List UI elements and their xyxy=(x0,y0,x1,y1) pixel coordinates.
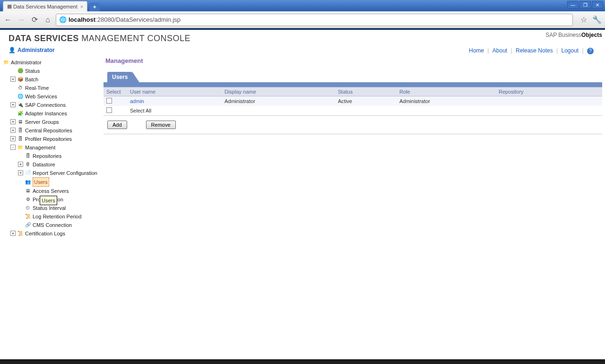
tab-row: Users xyxy=(104,71,602,82)
col-repository: Repository xyxy=(496,87,602,96)
tree-reportserver[interactable]: +📄Report Server Configuration xyxy=(18,169,97,177)
help-icon[interactable]: ? xyxy=(587,48,594,54)
expander-icon[interactable]: + xyxy=(10,102,16,107)
link-logout[interactable]: Logout xyxy=(562,47,579,54)
add-button[interactable]: Add xyxy=(107,121,127,129)
forward-button[interactable]: → xyxy=(16,15,26,25)
maximize-button[interactable]: ❐ xyxy=(579,1,591,9)
home-button[interactable]: ⌂ xyxy=(43,15,53,25)
expander-icon[interactable]: + xyxy=(10,77,16,82)
tree-certlogs[interactable]: +📜Certification Logs xyxy=(10,229,97,238)
button-row: Add Remove xyxy=(104,116,602,134)
url-path: /DataServices/admin.jsp xyxy=(114,16,181,23)
server-icon: 🖥 xyxy=(17,119,24,125)
tree-logretention[interactable]: 📜Log Retention Period xyxy=(18,212,97,221)
expander-icon[interactable]: + xyxy=(10,119,16,124)
report-icon: 📄 xyxy=(25,170,31,176)
browser-tab-strip: ▦ Data Services Management × + — ❐ ✕ xyxy=(0,0,605,11)
tree-status[interactable]: 🟢Status xyxy=(10,67,97,75)
collapser-icon[interactable]: - xyxy=(10,145,16,150)
tree-servergroups[interactable]: +🖥Server Groups xyxy=(10,118,97,126)
tree-realtime[interactable]: ⏱Real-Time xyxy=(10,84,97,92)
web-icon: 🌐 xyxy=(17,93,24,100)
cms-icon: 🔗 xyxy=(25,222,31,228)
expander-icon[interactable]: + xyxy=(10,231,16,236)
tree-profilerconfig[interactable]: ⚙Profilguration Users xyxy=(18,195,97,204)
tree-management[interactable]: -📁Management xyxy=(10,143,97,152)
link-home[interactable]: Home xyxy=(469,47,484,54)
bookmark-button[interactable]: ☆ xyxy=(579,15,589,25)
browser-tab[interactable]: ▦ Data Services Management × xyxy=(3,1,87,11)
tree-accessservers[interactable]: 🖥Access Servers xyxy=(18,187,97,195)
sap-logo: SAP BusinessObjects xyxy=(545,32,602,38)
tab-users[interactable]: Users xyxy=(107,72,132,82)
wrench-button[interactable]: 🔧 xyxy=(592,15,602,25)
tree-statusinterval[interactable]: ⏲Status Interval xyxy=(18,204,97,212)
header-links: Home | About | Release Notes | Logout | … xyxy=(467,47,600,54)
expander-icon[interactable]: + xyxy=(10,136,16,141)
access-icon: 🖥 xyxy=(25,188,31,194)
admin-label: Administrator xyxy=(17,47,55,53)
app-title-strong: DATA SERVICES xyxy=(9,34,79,43)
new-tab-button[interactable]: + xyxy=(89,3,100,11)
app-header: SAP BusinessObjects DATA SERVICES MANAGE… xyxy=(0,28,605,56)
window-controls: — ❐ ✕ xyxy=(567,1,603,9)
config-icon: ⚙ xyxy=(25,196,31,203)
col-status: Status xyxy=(335,87,397,96)
tree-sapconn[interactable]: +🔌SAP Connections xyxy=(10,101,97,109)
table-row: admin Administrator Active Administrator xyxy=(104,96,602,106)
remove-button[interactable]: Remove xyxy=(146,121,176,129)
users-icon: 👥 xyxy=(25,179,31,185)
back-button[interactable]: ← xyxy=(3,15,13,25)
adapter-icon: 🧩 xyxy=(17,110,24,117)
expander-icon[interactable]: + xyxy=(10,128,16,133)
reload-button[interactable]: ⟳ xyxy=(29,15,40,25)
tab-close-icon[interactable]: × xyxy=(80,4,83,9)
brand-prefix: SAP Business xyxy=(545,32,581,38)
sap-icon: 🔌 xyxy=(17,102,24,108)
tree-centralrepo[interactable]: +🗄Central Repositories xyxy=(10,126,97,135)
tree-root[interactable]: 📁Administrator xyxy=(3,58,101,67)
tree-batch[interactable]: +📦Batch xyxy=(10,75,97,84)
tree-adapter[interactable]: 🧩Adapter Instances xyxy=(10,109,97,118)
select-all-label: Select All xyxy=(127,106,602,115)
db-icon: 🛢 xyxy=(25,161,31,168)
cell-displayname: Administrator xyxy=(222,96,335,106)
url-bar[interactable]: 🌐 localhost:28080/DataServices/admin.jsp xyxy=(56,14,573,26)
panel-title: Management xyxy=(105,57,602,64)
tree-profilerrepo[interactable]: +🗄Profiler Repositories xyxy=(10,135,97,143)
tree-webservices[interactable]: 🌐Web Services xyxy=(10,92,97,101)
tree-datastore[interactable]: +🛢Datastore xyxy=(18,160,97,169)
repo-icon: 🗄 xyxy=(25,153,31,159)
expander-icon[interactable]: + xyxy=(18,162,23,167)
link-about[interactable]: About xyxy=(493,47,507,54)
status-icon: 🟢 xyxy=(17,68,24,74)
close-window-button[interactable]: ✕ xyxy=(592,1,603,9)
link-release-notes[interactable]: Release Notes xyxy=(516,47,553,54)
nav-tree: 📁Administrator 🟢Status +📦Batch ⏱Real-Tim… xyxy=(3,58,101,238)
cell-repository xyxy=(496,96,602,106)
expander-icon[interactable]: + xyxy=(18,170,23,175)
tree-users[interactable]: 👥Users xyxy=(18,177,97,187)
row-checkbox[interactable] xyxy=(106,98,112,104)
table-row-selectall: Select All xyxy=(104,106,602,115)
tab-title: Data Services Management xyxy=(13,4,78,9)
cell-role: Administrator xyxy=(397,96,496,106)
username-link[interactable]: admin xyxy=(130,98,144,104)
selectall-checkbox[interactable] xyxy=(106,107,112,113)
minimize-button[interactable]: — xyxy=(567,1,579,9)
url-host: localhost xyxy=(69,16,95,23)
app-title: DATA SERVICES MANAGEMENT CONSOLE xyxy=(9,34,600,43)
tree-cmsconnection[interactable]: 🔗CMS Connection xyxy=(18,221,97,229)
tooltip: Users xyxy=(40,196,57,205)
realtime-icon: ⏱ xyxy=(17,85,24,91)
content-panel: Management Users Select User name Displa… xyxy=(102,56,605,360)
profiler-icon: 🗄 xyxy=(17,136,24,142)
globe-icon: 🌐 xyxy=(59,16,67,23)
browser-toolbar: ← → ⟳ ⌂ 🌐 localhost:28080/DataServices/a… xyxy=(0,11,605,28)
tab-bar xyxy=(104,82,602,87)
tree-repositories[interactable]: 🗄Repositories xyxy=(18,152,97,160)
col-select: Select xyxy=(104,87,127,96)
tooltip-text: Users xyxy=(42,198,55,203)
users-table: Select User name Display name Status Rol… xyxy=(104,87,602,115)
